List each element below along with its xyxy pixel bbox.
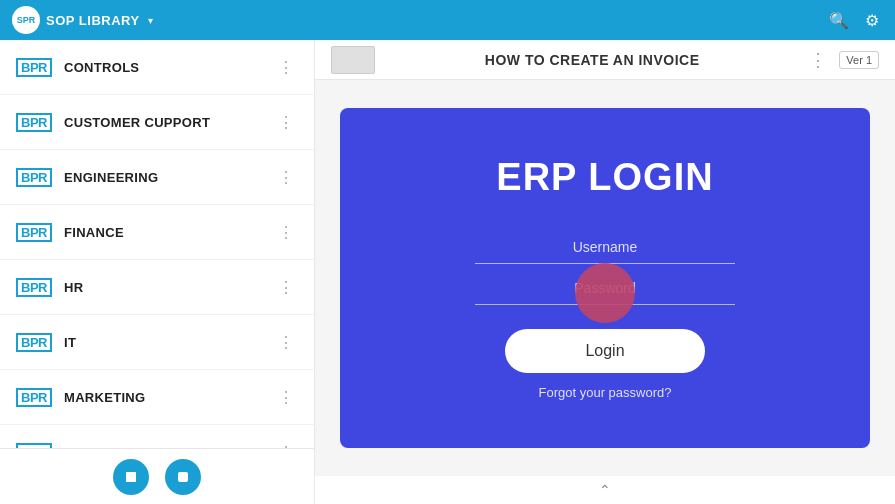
- sidebar-item-label: FINANCE: [64, 225, 262, 240]
- content-area: HOW TO CREATE AN INVOICE ⋮ Ver 1 ERP LOG…: [315, 40, 895, 504]
- user-avatar-circle: [575, 263, 635, 323]
- sidebar-item-label: CUSTOMER CUPPORT: [64, 115, 262, 130]
- sidebar-item-it[interactable]: BPR IT ⋮: [0, 315, 314, 370]
- sidebar-item-controls[interactable]: BPR CONTROLS ⋮: [0, 40, 314, 95]
- sidebar-item-menu-dots[interactable]: ⋮: [274, 276, 298, 299]
- sidebar-item-menu-dots[interactable]: ⋮: [274, 331, 298, 354]
- sidebar-item-menu-dots[interactable]: ⋮: [274, 386, 298, 409]
- sidebar-item-menu-dots[interactable]: ⋮: [274, 166, 298, 189]
- sidebar-item-marketing[interactable]: BPR MARKETING ⋮: [0, 370, 314, 425]
- sidebar-item-menu-dots[interactable]: ⋮: [274, 441, 298, 449]
- sidebar-footer: [0, 448, 314, 504]
- slide-footer: ⌃: [315, 476, 895, 504]
- version-badge: Ver 1: [839, 51, 879, 69]
- navbar-dropdown-icon[interactable]: ▾: [148, 15, 153, 26]
- record-button[interactable]: [165, 459, 201, 495]
- bpr-logo: BPR: [16, 384, 52, 410]
- sidebar-item-label: IT: [64, 335, 262, 350]
- bpr-logo: BPR: [16, 274, 52, 300]
- logo-icon: SPR: [12, 6, 40, 34]
- bpr-logo: BPR: [16, 54, 52, 80]
- content-header: HOW TO CREATE AN INVOICE ⋮ Ver 1: [315, 40, 895, 80]
- sidebar-item-label: HR: [64, 280, 262, 295]
- erp-login-slide: ERP LOGIN Login Forgot your password?: [340, 108, 870, 448]
- sidebar: BPR CONTROLS ⋮ BPR CUSTOMER CUPPORT ⋮ BP…: [0, 40, 315, 504]
- sidebar-item-label: MARKETING: [64, 390, 262, 405]
- chevron-up-icon[interactable]: ⌃: [599, 482, 611, 498]
- navbar-title: SOP LIBRARY: [46, 13, 140, 28]
- slide-container: ERP LOGIN Login Forgot your password?: [315, 80, 895, 476]
- sidebar-item-engineering[interactable]: BPR ENGINEERING ⋮: [0, 150, 314, 205]
- bpr-logo: BPR: [16, 439, 52, 448]
- sidebar-item-menu-dots[interactable]: ⋮: [274, 111, 298, 134]
- login-button[interactable]: Login: [505, 329, 705, 373]
- sidebar-item-sales[interactable]: BPR SALES ⋮: [0, 425, 314, 448]
- more-options-icon[interactable]: ⋮: [809, 49, 827, 71]
- sidebar-item-finance[interactable]: BPR FINANCE ⋮: [0, 205, 314, 260]
- bpr-logo: BPR: [16, 219, 52, 245]
- slide-thumbnail: [331, 46, 375, 74]
- sidebar-item-label: CONTROLS: [64, 60, 262, 75]
- bpr-logo: BPR: [16, 164, 52, 190]
- bpr-logo: BPR: [16, 329, 52, 355]
- svg-rect-0: [126, 472, 136, 482]
- settings-icon[interactable]: ⚙: [861, 7, 883, 34]
- main-content: BPR CONTROLS ⋮ BPR CUSTOMER CUPPORT ⋮ BP…: [0, 40, 895, 504]
- page-title: HOW TO CREATE AN INVOICE: [387, 52, 797, 68]
- svg-rect-1: [178, 472, 188, 482]
- sidebar-item-menu-dots[interactable]: ⋮: [274, 56, 298, 79]
- sidebar-item-hr[interactable]: BPR HR ⋮: [0, 260, 314, 315]
- bpr-logo: BPR: [16, 109, 52, 135]
- search-icon[interactable]: 🔍: [825, 7, 853, 34]
- forgot-password-link[interactable]: Forgot your password?: [539, 385, 672, 400]
- logo-area: SPR SOP LIBRARY ▾: [12, 6, 153, 34]
- sidebar-list: BPR CONTROLS ⋮ BPR CUSTOMER CUPPORT ⋮ BP…: [0, 40, 314, 448]
- sidebar-item-customer-support[interactable]: BPR CUSTOMER CUPPORT ⋮: [0, 95, 314, 150]
- erp-login-title: ERP LOGIN: [496, 156, 713, 199]
- stop-button[interactable]: [113, 459, 149, 495]
- sidebar-item-label: ENGINEERING: [64, 170, 262, 185]
- logo-text: SPR: [17, 15, 36, 25]
- navbar: SPR SOP LIBRARY ▾ 🔍 ⚙: [0, 0, 895, 40]
- sidebar-item-menu-dots[interactable]: ⋮: [274, 221, 298, 244]
- username-input[interactable]: [475, 231, 735, 264]
